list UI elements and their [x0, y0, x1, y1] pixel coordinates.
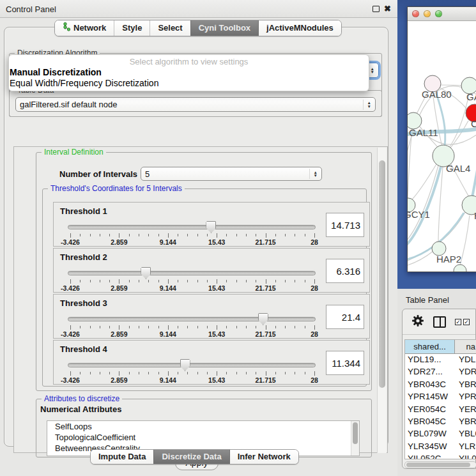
table-row[interactable]: YLR345WYLR3 [405, 441, 476, 453]
column-header-shared-name[interactable]: shared... [405, 340, 455, 353]
table-row[interactable]: YER054CYER0 [405, 404, 476, 416]
tick-mark [129, 372, 130, 374]
float-window-icon[interactable] [372, 6, 380, 12]
network-edge-highlighted[interactable] [436, 93, 445, 146]
tick-mark [275, 280, 276, 282]
attribute-list-item[interactable]: SelfLoops [47, 421, 359, 432]
slider-track[interactable] [68, 225, 316, 229]
network-edge[interactable] [408, 128, 412, 199]
node-label: HAP2 [436, 254, 461, 265]
tick-mark [197, 280, 198, 282]
tab-style[interactable]: Style [114, 20, 150, 36]
tick-label: 28 [311, 330, 318, 338]
tab-label: Impute Data [98, 452, 146, 461]
slider[interactable]: -3.4262.8599.14415.4321.71528 [68, 219, 318, 246]
slider-thumb[interactable] [258, 313, 268, 325]
slider-thumb[interactable] [180, 359, 190, 371]
tick-mark [266, 279, 266, 284]
slider-track[interactable] [68, 363, 316, 367]
tick-mark [168, 279, 169, 284]
column-header-name[interactable]: na [455, 340, 476, 353]
network-graph[interactable]: GAL80GACGAL11GAL4GCY1HHAP2 [408, 21, 476, 272]
scrollbar-thumb[interactable] [353, 422, 358, 444]
table-hscrollbar[interactable] [404, 461, 476, 468]
network-window-titlebar[interactable] [408, 7, 476, 21]
tick-mark [256, 234, 256, 236]
tick-mark [217, 233, 217, 238]
tab-jactivemnodules[interactable]: jActiveMNodules [258, 20, 341, 36]
slider[interactable]: -3.4262.8599.14415.4321.71528 [68, 265, 318, 292]
cell-name: YBL0 [455, 428, 476, 440]
table-row[interactable]: YBL079WYBL0 [405, 428, 476, 440]
network-view-window: GAL80GACGAL11GAL4GCY1HHAP2 [407, 6, 476, 272]
tab-impute-data[interactable]: Impute Data [91, 450, 153, 464]
attributes-scrollbar[interactable] [351, 421, 359, 456]
tick-mark [129, 234, 130, 236]
threshold-value-field[interactable]: 6.316 [326, 259, 364, 283]
mac-close-icon[interactable] [412, 10, 419, 17]
toolbox-tabs: NetworkStyleSelectCyni ToolboxjActiveMNo… [54, 20, 342, 36]
slider-track[interactable] [68, 271, 316, 275]
checkbox-icon[interactable]: ✓ [463, 319, 470, 325]
table-row[interactable]: YPR145WYPR1 [405, 391, 476, 403]
tick-label: 21.715 [256, 238, 276, 246]
settings-scrollbar[interactable] [377, 148, 387, 453]
slider-thumb[interactable] [206, 221, 216, 233]
network-edge-highlighted[interactable] [472, 152, 476, 197]
slider[interactable]: -3.4262.8599.14415.4321.71528 [68, 311, 318, 338]
tab-discretize-data[interactable]: Discretize Data [153, 450, 229, 464]
table-data-combobox[interactable]: galFiltered.sif default node ▲▼ [15, 97, 376, 112]
mac-minimize-icon[interactable] [424, 10, 431, 17]
cell-name: YBR0 [455, 379, 476, 391]
table-row[interactable]: YDR27...YDR2 [405, 366, 476, 378]
slider-rail: -3.4262.8599.14415.4321.71528 [70, 265, 314, 292]
tick-mark [275, 326, 276, 328]
network-edge[interactable] [460, 215, 470, 265]
slider-rail: -3.4262.8599.14415.4321.71528 [70, 357, 314, 384]
table-row[interactable]: YIL052CYIL0 [405, 453, 476, 459]
threshold-value-field[interactable]: 11.344 [326, 351, 364, 375]
scrollbar-thumb[interactable] [379, 160, 385, 388]
gear-icon[interactable] [411, 314, 424, 329]
control-panel-titlebar: Control Panel ✖ [0, 0, 397, 18]
tick-mark [246, 234, 247, 236]
tick-mark [100, 280, 100, 282]
mac-zoom-icon[interactable] [435, 10, 442, 17]
threshold-panel: Threshold 4-3.4262.8599.14415.4321.71528… [53, 340, 370, 385]
dropdown-prompt: Select algorithm to view settings [9, 56, 369, 67]
slider-track[interactable] [68, 317, 316, 321]
tick-label: 9.144 [160, 284, 176, 292]
tick-mark [295, 280, 295, 282]
tab-infer-network[interactable]: Infer Network [229, 450, 298, 464]
dropdown-option[interactable]: Equal Width/Frequency Discretization [9, 78, 369, 89]
close-icon[interactable]: ✖ [383, 4, 392, 13]
threshold-value-field[interactable]: 21.4 [326, 305, 364, 329]
threshold-value-field[interactable]: 14.713 [326, 213, 364, 237]
network-canvas[interactable]: GAL80GACGAL11GAL4GCY1HHAP2 [408, 21, 476, 272]
dropdown-option[interactable]: Manual Discretization [9, 67, 369, 78]
tab-network[interactable]: Network [55, 20, 114, 36]
tab-select[interactable]: Select [150, 20, 190, 36]
network-edge[interactable] [449, 121, 468, 150]
cell-shared-name: YIL052C [405, 453, 455, 459]
table-row[interactable]: YBR043CYBR0 [405, 379, 476, 391]
number-of-intervals-combobox[interactable]: 5 ▲▼ [141, 167, 322, 181]
checkbox-icon[interactable]: ✓ [455, 319, 461, 325]
attribute-list-item[interactable]: TopologicalCoefficient [47, 432, 359, 443]
tab-cyni-toolbox[interactable]: Cyni Toolbox [190, 20, 258, 36]
table-row[interactable]: YBR045CYBR0 [405, 416, 476, 428]
node-label: GAL4 [446, 163, 470, 174]
cell-shared-name: YPR145W [405, 391, 455, 403]
split-column-icon[interactable] [433, 316, 446, 328]
tick-mark [80, 372, 81, 374]
table-panel: Table Panel ✓ ✓ [397, 289, 476, 476]
network-edge[interactable] [441, 85, 463, 86]
table-row[interactable]: YDL19...YDL1 [405, 354, 476, 366]
slider-thumb[interactable] [141, 267, 151, 279]
tick-mark [266, 371, 266, 376]
slider[interactable]: -3.4262.8599.14415.4321.71528 [68, 357, 318, 384]
network-node[interactable] [454, 265, 466, 272]
scrollbar-thumb[interactable] [406, 463, 470, 467]
network-edge[interactable] [433, 92, 442, 146]
tick-mark [207, 280, 208, 282]
